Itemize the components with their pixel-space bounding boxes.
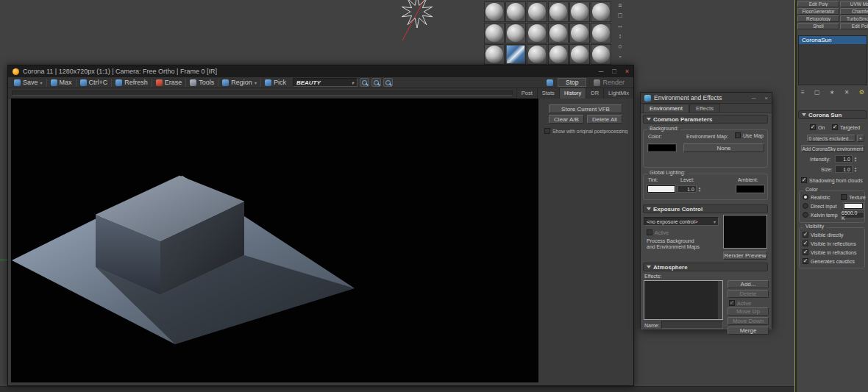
material-slot[interactable] [548, 23, 569, 43]
options-icon[interactable]: ▫ [619, 53, 621, 60]
atmosphere-effects-list[interactable] [644, 280, 723, 320]
configure-modifier-sets-icon[interactable]: ⚙ [859, 89, 864, 96]
render-pass-select[interactable]: BEAUTY ▾ [293, 78, 357, 87]
environment-map-none-button[interactable]: None [683, 143, 764, 152]
exclude-list-button[interactable]: + [857, 135, 864, 142]
region-button[interactable]: Region ▾ [219, 78, 260, 88]
visible-reflections-checkbox[interactable]: ✓ [803, 240, 808, 246]
rollout-atmosphere[interactable]: Atmosphere [643, 263, 768, 271]
modifier-button[interactable]: Edit Poly [797, 1, 839, 7]
material-slot[interactable] [591, 1, 611, 22]
refresh-button[interactable]: Refresh [113, 78, 151, 88]
exposure-control-dropdown[interactable]: <no exposure control> ▾ [644, 217, 719, 226]
merge-button[interactable]: Merge [728, 327, 769, 335]
env-dialog-titlebar[interactable]: Environment and Effects ─ × [641, 93, 772, 104]
material-slot[interactable] [591, 44, 611, 65]
shadowing-clouds-checkbox[interactable]: ✓ [801, 177, 807, 183]
vfb-titlebar[interactable]: Corona 11 | 1280x720px (1:1) | Camera: F… [8, 65, 633, 77]
save-button[interactable]: Save ▾ [11, 78, 46, 88]
material-slot[interactable] [591, 23, 611, 43]
zoom-extents-icon[interactable]: ○ [618, 43, 622, 50]
rollout-common-parameters[interactable]: Common Parameters [643, 115, 768, 124]
render-image[interactable] [11, 99, 538, 382]
render-preview-button[interactable]: Render Preview [723, 252, 767, 260]
minimize-icon[interactable]: ─ [752, 95, 756, 101]
stack-item-coronasun[interactable]: CoronaSun [799, 36, 867, 44]
tab-effects[interactable]: Effects [689, 104, 720, 113]
intensity-value[interactable]: 1.0 [835, 155, 853, 163]
material-slot[interactable] [527, 1, 547, 22]
tools-button[interactable]: Tools [187, 78, 217, 88]
modifier-button[interactable]: TurboSmooth [840, 15, 868, 22]
material-slot[interactable] [484, 44, 505, 65]
material-slot[interactable] [527, 23, 547, 43]
spinner-down-icon[interactable]: ▾ [853, 159, 858, 162]
modifier-button[interactable]: Chamfer [840, 8, 868, 15]
direct-input-color-swatch[interactable] [844, 203, 863, 209]
realistic-radio[interactable] [803, 194, 808, 200]
clear-ab-button[interactable]: Clear A/B [549, 115, 584, 124]
max-button[interactable]: Max [48, 78, 75, 88]
effects-list-scrollbar[interactable] [717, 281, 722, 319]
render-button[interactable]: Render [591, 78, 627, 88]
slate-list-icon[interactable]: ≡ [618, 1, 622, 9]
modifier-button[interactable]: FloorGenerator [797, 8, 839, 15]
effect-name-input[interactable] [661, 321, 723, 329]
remove-modifier-icon[interactable]: ✕ [844, 89, 850, 96]
store-current-vfb-button[interactable]: Store Current VFB [549, 104, 622, 113]
visible-refractions-checkbox[interactable]: ✓ [803, 249, 808, 255]
move-up-button[interactable]: Move Up [728, 307, 769, 316]
pick-button[interactable]: Pick [262, 78, 289, 88]
tab-environment[interactable]: Environment [643, 104, 689, 113]
size-value[interactable]: 1.0 [835, 165, 853, 173]
tab-history[interactable]: History [559, 88, 586, 99]
zoom-reset-button[interactable] [371, 78, 381, 87]
stop-button[interactable]: Stop [558, 78, 587, 87]
material-slot[interactable] [484, 1, 505, 22]
close-icon[interactable]: × [625, 68, 629, 75]
use-map-checkbox[interactable] [735, 132, 741, 138]
move-down-button[interactable]: Move Down [728, 317, 769, 325]
spinner-down-icon[interactable]: ▾ [853, 169, 858, 172]
background-color-swatch[interactable] [648, 144, 676, 152]
kelvin-temp-radio[interactable] [803, 212, 808, 218]
material-slot[interactable] [569, 1, 590, 22]
material-slot[interactable] [569, 44, 590, 65]
spinner-down-icon[interactable]: ▾ [697, 189, 702, 192]
material-slot[interactable] [505, 1, 526, 22]
erase-button[interactable]: Erase [153, 78, 185, 88]
rollout-exposure-control[interactable]: Exposure Control [643, 204, 768, 213]
modifier-button[interactable]: Retopology [797, 15, 839, 22]
ambient-color-swatch[interactable] [736, 185, 764, 193]
intensity-spinner[interactable]: ▴ ▾ [853, 156, 858, 162]
material-slot[interactable] [548, 44, 569, 65]
show-original-checkbox[interactable] [544, 128, 550, 134]
size-spinner[interactable]: ▴ ▾ [853, 166, 858, 172]
texture-checkbox[interactable] [841, 194, 847, 200]
slate-view-icon[interactable]: □ [618, 12, 622, 19]
modifier-button[interactable]: Shell [797, 23, 839, 29]
add-effect-button[interactable]: Add... [728, 280, 769, 288]
add-coronasky-button[interactable]: Add CoronaSky environment [801, 145, 864, 152]
zoom-out-button[interactable] [360, 78, 369, 87]
exclude-objects-button[interactable]: 0 objects excluded.... [807, 135, 855, 142]
tab-stats[interactable]: Stats [537, 88, 559, 99]
material-slot[interactable] [548, 1, 569, 22]
zoom-in-button[interactable] [383, 78, 393, 87]
pin-stack-icon[interactable]: ≡ [801, 89, 805, 96]
delete-effect-button[interactable]: Delete [728, 290, 769, 298]
minimize-icon[interactable]: ─ [599, 68, 603, 75]
exposure-active-checkbox[interactable] [647, 229, 652, 235]
tab-lightmix[interactable]: LightMix [603, 88, 633, 99]
sun-on-checkbox[interactable]: ✓ [810, 124, 816, 130]
visible-directly-checkbox[interactable]: ✓ [803, 232, 808, 238]
show-end-result-icon[interactable]: ▢ [814, 89, 820, 96]
material-slot[interactable] [569, 23, 590, 43]
star-helper-object[interactable] [383, 0, 485, 65]
pan-horizontal-icon[interactable]: ↔ [617, 22, 624, 29]
effect-active-checkbox[interactable]: ✓ [729, 300, 735, 306]
tab-post[interactable]: Post [516, 88, 537, 99]
copy-button[interactable]: Ctrl+C [77, 78, 111, 88]
pan-vertical-icon[interactable]: ↕ [619, 32, 622, 40]
direct-input-radio[interactable] [803, 203, 808, 209]
